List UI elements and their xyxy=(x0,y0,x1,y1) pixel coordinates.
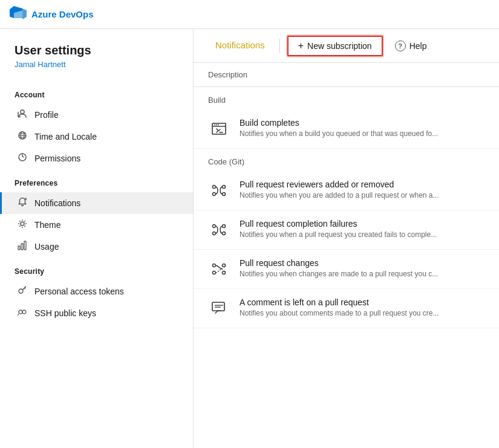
sidebar-item-profile[interactable]: Profile xyxy=(0,104,193,126)
svg-rect-20 xyxy=(18,246,20,250)
tab-divider xyxy=(279,39,280,53)
svg-line-24 xyxy=(24,288,25,289)
permissions-icon xyxy=(16,152,28,164)
list-item[interactable]: Pull request changes Notifies you when c… xyxy=(194,250,499,289)
sidebar-item-usage[interactable]: Usage xyxy=(0,236,193,258)
comment-icon xyxy=(208,297,230,319)
svg-line-17 xyxy=(24,226,25,226)
svg-point-36 xyxy=(223,186,226,189)
tab-notifications[interactable]: Notifications xyxy=(208,29,272,63)
svg-point-11 xyxy=(21,222,24,226)
logo-text: Azure DevOps xyxy=(31,9,94,19)
sidebar-item-theme-label: Theme xyxy=(34,220,61,230)
section-account: Account xyxy=(0,81,193,104)
logo-icon xyxy=(10,5,27,24)
help-circle-icon: ? xyxy=(395,41,406,51)
new-subscription-button[interactable]: + New subscription xyxy=(287,36,383,56)
sidebar-item-pat[interactable]: Personal access tokens xyxy=(0,281,193,302)
svg-line-28 xyxy=(18,314,19,316)
svg-point-26 xyxy=(19,310,22,314)
azure-devops-logo[interactable]: Azure DevOps xyxy=(10,5,94,24)
notif-title: Build completes xyxy=(240,118,438,128)
sidebar-subtitle: Jamal Hartnett xyxy=(0,60,193,81)
notif-title: Pull request completion failures xyxy=(240,219,437,229)
theme-icon xyxy=(16,219,28,231)
sidebar-item-notifications-label: Notifications xyxy=(34,198,80,208)
key-icon xyxy=(16,285,28,297)
build-icon xyxy=(208,118,230,140)
notif-text-pr-reviewers: Pull request reviewers added or removed … xyxy=(240,180,439,200)
sidebar-item-time-locale[interactable]: Time and Locale xyxy=(0,126,193,148)
svg-rect-21 xyxy=(21,244,23,250)
pr-changes-icon xyxy=(208,258,230,280)
sidebar-item-pat-label: Personal access tokens xyxy=(34,287,124,296)
section-security: Security xyxy=(0,258,193,281)
sidebar-item-notifications[interactable]: Notifications xyxy=(0,192,193,214)
ssh-icon xyxy=(16,307,28,319)
svg-line-19 xyxy=(19,226,20,226)
notif-text-build-completes: Build completes Notifies you when a buil… xyxy=(240,118,438,138)
list-item[interactable]: Pull request reviewers added or removed … xyxy=(194,171,499,210)
svg-point-35 xyxy=(213,186,216,189)
sidebar-item-ssh-label: SSH public keys xyxy=(34,308,96,318)
sidebar: User settings Jamal Hartnett Account Pro… xyxy=(0,29,194,448)
plus-icon: + xyxy=(298,41,304,51)
notif-desc: Notifies you when a pull request you cre… xyxy=(240,230,437,239)
content-header: Notifications + New subscription ? Help xyxy=(194,29,499,63)
list-item[interactable]: A comment is left on a pull request Noti… xyxy=(194,289,499,328)
pr-completion-icon xyxy=(208,219,230,241)
notif-title: A comment is left on a pull request xyxy=(240,297,439,307)
section-build: Build xyxy=(194,87,499,109)
notif-title: Pull request reviewers added or removed xyxy=(240,180,439,189)
content-body: Description Build xyxy=(194,63,499,448)
svg-point-40 xyxy=(223,225,226,228)
svg-point-39 xyxy=(213,225,216,228)
svg-point-41 xyxy=(213,232,216,235)
sidebar-title: User settings xyxy=(0,44,193,60)
pr-reviewers-icon xyxy=(208,180,230,201)
notif-desc: Notifies you when a build you queued or … xyxy=(240,129,438,138)
sidebar-item-theme[interactable]: Theme xyxy=(0,214,193,236)
sidebar-item-permissions-label: Permissions xyxy=(34,154,80,163)
main-layout: User settings Jamal Hartnett Account Pro… xyxy=(0,29,499,448)
svg-point-44 xyxy=(223,271,226,274)
list-item[interactable]: Pull request completion failures Notifie… xyxy=(194,210,499,250)
notif-text-pr-changes: Pull request changes Notifies you when c… xyxy=(240,258,438,278)
svg-line-16 xyxy=(19,221,20,221)
notif-text-comment: A comment is left on a pull request Noti… xyxy=(240,297,439,317)
table-header: Description xyxy=(194,63,499,87)
chart-icon xyxy=(16,241,28,253)
new-subscription-label: New subscription xyxy=(307,41,372,51)
svg-point-46 xyxy=(223,264,226,267)
bell-icon xyxy=(16,197,28,209)
svg-line-18 xyxy=(24,221,25,221)
help-button[interactable]: ? Help xyxy=(388,37,434,55)
main-content: Notifications + New subscription ? Help … xyxy=(194,29,499,448)
svg-point-42 xyxy=(223,232,226,235)
svg-rect-22 xyxy=(24,241,26,250)
topbar: Azure DevOps xyxy=(0,0,499,29)
sidebar-item-permissions[interactable]: Permissions xyxy=(0,148,193,169)
sidebar-item-time-locale-label: Time and Locale xyxy=(34,132,97,141)
sidebar-item-usage-label: Usage xyxy=(34,242,59,252)
svg-point-27 xyxy=(22,310,26,314)
svg-point-38 xyxy=(223,193,226,196)
section-code-git: Code (Git) xyxy=(194,149,499,171)
person-icon xyxy=(16,109,28,121)
section-preferences: Preferences xyxy=(0,169,193,192)
svg-point-0 xyxy=(21,110,24,114)
notif-desc: Notifies you when changes are made to a … xyxy=(240,270,438,278)
svg-point-45 xyxy=(213,271,216,274)
svg-rect-47 xyxy=(212,302,224,311)
notif-desc: Notifies you when you are added to a pul… xyxy=(240,191,439,200)
notif-title: Pull request changes xyxy=(240,258,438,268)
notif-desc: Notifies you about comments made to a pu… xyxy=(240,309,439,317)
svg-point-43 xyxy=(213,264,216,267)
help-label: Help xyxy=(409,41,427,51)
sidebar-item-profile-label: Profile xyxy=(34,110,59,120)
list-item[interactable]: Build completes Notifies you when a buil… xyxy=(194,109,499,149)
svg-point-37 xyxy=(213,193,216,196)
sidebar-item-ssh[interactable]: SSH public keys xyxy=(0,302,193,324)
notif-text-pr-completion: Pull request completion failures Notifie… xyxy=(240,219,437,239)
globe-icon xyxy=(16,131,28,143)
